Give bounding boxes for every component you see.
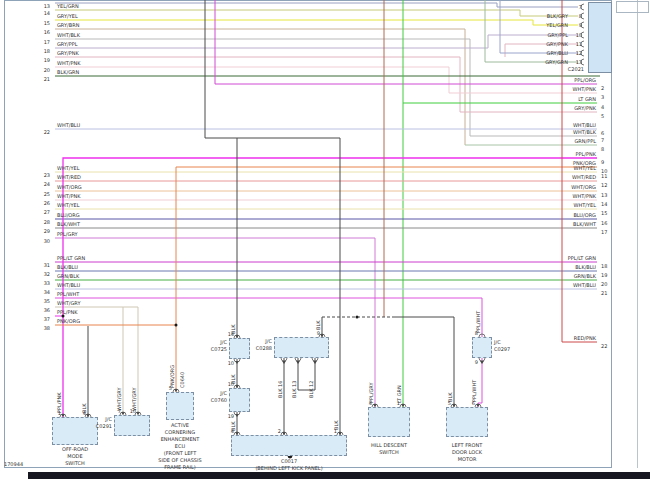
jc-c0760-pin-number: 10 (224, 381, 234, 387)
right-wire-label: GRN/BLK (460, 273, 596, 279)
jc-c0291-label: J/C (82, 416, 112, 422)
left-wire-number: 27 (36, 209, 50, 215)
left-wire-number: 32 (36, 271, 50, 277)
jc-c0017-pin-number: 1 (327, 428, 337, 434)
jc-c0297-pin-number: 8 (468, 330, 478, 336)
left-wire-label: WHT/YEL (57, 202, 79, 208)
connector-pin-label: GRY/GRN (492, 59, 568, 65)
left-wire-number: 25 (36, 191, 50, 197)
ace-ecu-caption: FRAME RAIL) (135, 464, 225, 470)
jc-c0725-label: C0725 (197, 346, 227, 352)
hill-descent-switch-caption: HILL DESCENT (344, 442, 434, 448)
jc-c0288-label: J/C (242, 338, 272, 344)
right-wire-label: BLU/ORG (460, 212, 596, 218)
left-wire-number: 22 (36, 129, 50, 135)
left-wire-label: BLK/BLU (57, 264, 78, 270)
left-wire-label: WHT/RED (57, 174, 81, 180)
right-wire-label: LT GRN (460, 96, 596, 102)
right-wire-label: GRN/PPL (460, 138, 596, 144)
right-wire-number: 13 (601, 192, 607, 198)
jc-c0725-pin-number: 10 (224, 360, 234, 366)
jc-c0288-pin-number: 9 (310, 330, 320, 336)
vertical-wire-label: BLK (315, 321, 321, 331)
connector-c2021 (588, 2, 612, 73)
wire (205, 0, 340, 435)
hill-descent-switch-pin-number: 1 (390, 400, 400, 406)
left-front-door-lock-motor-caption: LEFT FRONT (422, 442, 512, 448)
left-wire-number: 15 (36, 20, 50, 26)
left-wire-label: GRY/PNK (57, 50, 79, 56)
left-wire-label: WHT/YEL (57, 165, 79, 171)
connector-pin-number: 13 (570, 59, 582, 65)
jc-c0017-pin-number: 2 (271, 428, 281, 434)
connector-pin-number: 10 (570, 32, 582, 38)
right-wire-number: 12 (601, 182, 607, 188)
left-wire-number: 38 (36, 325, 50, 331)
right-wire-label: WHT/YEL (460, 202, 596, 208)
jc-c0291-pin-number: 7 (111, 408, 121, 414)
connector-pin-label: BLK/GRY (492, 13, 568, 19)
pin-arrow-icon (313, 361, 317, 364)
left-wire-number: 37 (36, 316, 50, 322)
left-wire-label: BLK/GRN (57, 69, 79, 75)
jc-c0297-label: J/C (494, 339, 524, 345)
connector-pin-label: YEL/GRN (492, 22, 568, 28)
jc-c0725-pin-number: 14 (224, 331, 234, 337)
connector-pin-label: GRY/BLU (492, 50, 568, 56)
jc-c0291-pin-number: 10 (126, 408, 136, 414)
jc-c0297 (472, 337, 492, 358)
connector-pin-number: 8 (570, 13, 582, 19)
right-wire-number: 4 (601, 104, 604, 110)
pin-arrow-icon (296, 361, 300, 364)
vertical-wire-label: BLK 12 (308, 381, 314, 398)
off-road-mode-switch-pin-number: 1 (51, 410, 61, 416)
right-wire-number: 17 (601, 229, 607, 235)
jc-c0288 (274, 337, 329, 358)
pin-arrow-icon (480, 361, 484, 364)
left-front-door-lock-motor-caption: MOTOR (422, 456, 512, 462)
left-wire-number: 23 (36, 172, 50, 178)
junction-dot (175, 324, 178, 327)
connector-pin-number: 9 (570, 22, 582, 28)
left-wire-label: WHT/PNK (57, 193, 80, 199)
left-wire-label: GRY/BRN (57, 22, 79, 28)
jc-c0760-label: J/C (197, 390, 227, 396)
connector-pin-label: GRY/PPL (492, 32, 568, 38)
left-wire-number: 18 (36, 48, 50, 54)
right-wire-number: 16 (601, 220, 607, 226)
jc-c0291-label: C0291 (82, 423, 112, 429)
wire (55, 238, 375, 407)
jc-c0017-pin-number: 4 (224, 428, 234, 434)
left-wire-label: WHT/BLU (57, 122, 80, 128)
right-wire-label: WHT/BLK (460, 129, 596, 135)
left-wire-label: YEL/GRN (57, 3, 79, 9)
jc-c0760 (229, 388, 250, 412)
ace-ecu-caption: (FRONT LEFT (135, 450, 225, 456)
right-wire-number: 2 (601, 85, 604, 91)
left-wire-label: WHT/GRY (57, 300, 81, 306)
right-wire-label: PPL/ORG (460, 77, 596, 83)
connector-id: C2021 (540, 66, 584, 72)
jc-c0297-pin-number: 9 (468, 359, 478, 365)
left-wire-number: 14 (36, 10, 50, 16)
left-front-door-lock-motor-pin-number: 6 (465, 400, 475, 406)
connector-pin-number: 7 (570, 4, 582, 10)
left-wire-label: WHT/PNK (57, 60, 80, 66)
vertical-wire-label: C0640 (179, 372, 185, 388)
right-wire-number: 5 (601, 113, 604, 119)
vertical-wire-label: PPL/WHT (471, 380, 477, 402)
right-wire-label: WHT/BLU (460, 282, 596, 288)
connector-pin-number: 12 (570, 50, 582, 56)
right-wire-label: WHT/PNK (460, 86, 596, 92)
left-wire-label: GRY/YEL (57, 13, 78, 19)
right-wire-label: WHT/ORG (460, 184, 596, 190)
left-wire-number: 29 (36, 228, 50, 234)
right-wire-label: PPL/LT GRN (460, 255, 596, 261)
jc-c0017-caption: C0017 (244, 458, 334, 464)
left-wire-number: 33 (36, 280, 50, 286)
connector-pin-label: GRY/PNK (492, 41, 568, 47)
jc-c0760-label: C0760 (197, 397, 227, 403)
left-wire-label: WHT/BLU (57, 282, 80, 288)
left-wire-label: WHT/ORG (57, 184, 82, 190)
left-wire-label: BLK/WHT (57, 221, 80, 227)
